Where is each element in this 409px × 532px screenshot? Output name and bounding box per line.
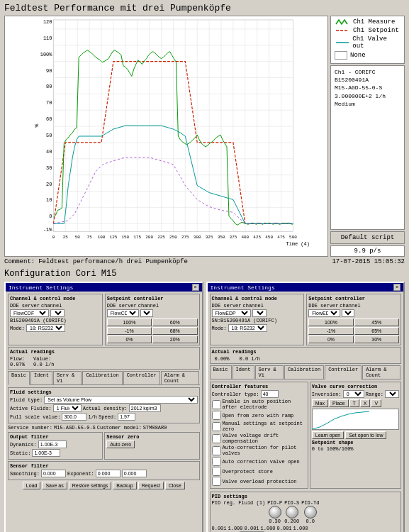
legend-label-measure: Ch1 Measure [353, 18, 395, 26]
w1-speed-input[interactable] [118, 413, 135, 421]
window1-close[interactable]: × [192, 284, 199, 291]
w2-send-30[interactable]: 30% [354, 336, 399, 343]
w2-pid-fluid-label: PID reg. Fluid (1) [212, 500, 266, 506]
w2-send-65[interactable]: 65% [354, 327, 399, 335]
svg-text:25: 25 [63, 235, 69, 240]
w1-mode-select[interactable]: 18: RS232 [26, 324, 65, 332]
w1-restore-btn[interactable]: Restore settings [69, 482, 112, 489]
w2-valve-v[interactable]: V [371, 399, 381, 407]
w2-valve-t[interactable]: T [349, 399, 359, 407]
w2-pid-val4: 1.000 [261, 526, 276, 531]
legend-ch1-valve[interactable]: Ch1 Valve out [335, 35, 400, 50]
w1-dynamics-input[interactable] [38, 440, 67, 448]
instrument-window-2: Instrument Settings × Channel & control … [206, 282, 405, 532]
w1-tab-ident[interactable]: Ident [30, 371, 52, 384]
konfiguration-title: Konfiguration Cori M15 [4, 269, 405, 279]
svg-text:125: 125 [110, 235, 118, 240]
w1-static-label: Static: [10, 450, 30, 456]
w2-tab-alarm[interactable]: Alarm & Count [362, 365, 400, 379]
w1-smoothing-input[interactable] [41, 470, 66, 477]
w2-send-45[interactable]: 45% [354, 318, 399, 326]
svg-text:100%: 100% [40, 52, 52, 57]
w1-value-label: Value: [33, 356, 54, 362]
w2-send-neg1[interactable]: -1% [308, 327, 353, 335]
w2-ctrl-type-input[interactable] [261, 390, 279, 398]
legend-ch1-measure[interactable]: Ch1 Measure [335, 18, 400, 26]
w2-inversion-select[interactable]: 0 [343, 390, 364, 398]
w2-tab-ident[interactable]: Ident [232, 365, 254, 379]
svg-text:175: 175 [133, 235, 141, 240]
w2-pid-td-knob[interactable] [304, 506, 317, 519]
w1-tab-alarm[interactable]: Alarm & Count [161, 371, 199, 384]
w1-tab-cal[interactable]: Calibration [82, 371, 122, 384]
w1-sensor-filter: Sensor filter Smoothing: Exponent: [8, 461, 200, 480]
w1-send-20[interactable]: 20% [152, 336, 197, 343]
w2-learn-open-btn[interactable]: Learn open [312, 431, 344, 439]
w1-auto-zero-btn[interactable]: Auto zero [106, 440, 135, 448]
w2-valve-max[interactable]: Max [312, 399, 328, 407]
w1-sensor2-input[interactable] [122, 470, 147, 477]
w1-send-68[interactable]: 68% [152, 327, 197, 335]
w2-sp-dde-select[interactable]: FlowEDP [308, 309, 340, 317]
legend-none[interactable]: None [335, 51, 400, 60]
w2-pid-s-value: 0.200 [284, 519, 299, 524]
legend-rate: 9.9 p/s [330, 245, 405, 257]
w1-fluid-type-select[interactable]: Set as Volume Flow [44, 396, 197, 404]
w2-tab-basic[interactable]: Basic [210, 365, 232, 379]
w1-tab-ctrl[interactable]: Controller [123, 371, 160, 384]
w1-sp-dde-select[interactable]: FlowCDF [107, 309, 139, 317]
w2-pid-val2: 1.000 [228, 526, 243, 531]
w2-send-100[interactable]: 100% [308, 318, 353, 326]
legend-script[interactable]: Default script [330, 231, 405, 244]
w2-pid-s-knob[interactable] [286, 506, 298, 519]
w1-unit-label: l/h [88, 414, 97, 420]
w1-flow-label: Flow: [10, 356, 25, 362]
w1-exp-input[interactable] [96, 470, 121, 477]
w1-send-neg1[interactable]: -1% [107, 327, 152, 335]
w1-send-100[interactable]: 100% [107, 318, 152, 326]
w2-dde-select[interactable]: FlowEDP [212, 309, 251, 317]
w2-pid-p-knob[interactable] [269, 506, 281, 519]
w2-valve-place[interactable]: Place [329, 399, 349, 407]
w1-load-btn[interactable]: Load [23, 482, 41, 489]
w2-dde-label: DDE server [212, 303, 242, 309]
w1-tab-serv[interactable]: Serv & Vi [53, 371, 82, 384]
w1-fluid-section: Fluid settings Fluid type: Set as Volume… [8, 387, 200, 423]
w1-density-input[interactable] [129, 404, 161, 412]
svg-text:400: 400 [241, 235, 249, 240]
w1-active-fluids-select[interactable]: 1 Fluid [53, 404, 82, 412]
w2-sp-ch-select[interactable]: 1 [342, 309, 354, 317]
w2-tabs[interactable]: Basic Ident Serv & Vi Calibration Contro… [210, 365, 402, 379]
w2-tab-cal[interactable]: Calibration [284, 365, 324, 379]
svg-text:Time (4): Time (4) [286, 241, 310, 247]
w1-send-60[interactable]: 60% [152, 318, 197, 326]
w2-valve-x[interactable]: X [360, 399, 371, 407]
w2-ctrl-type-label: Controller type: [212, 392, 259, 397]
w1-dde-select[interactable]: FlowCDF [10, 309, 49, 317]
w2-mode-select[interactable]: 18: RS232 [228, 324, 267, 332]
w1-send-0[interactable]: 0% [107, 336, 152, 343]
w2-send-0[interactable]: 0% [308, 336, 353, 343]
w1-static-input[interactable] [32, 449, 60, 457]
svg-text:100: 100 [98, 235, 106, 240]
w2-sp-dde-label: DDE server [308, 303, 338, 309]
w2-set-open-btn[interactable]: Set open to low [345, 431, 386, 439]
w1-tabs[interactable]: Basic Ident Serv & Vi Calibration Contro… [8, 371, 200, 385]
legend-items[interactable]: Ch1 Measure Ch1 Setpoint Ch1 Valve out N… [330, 16, 405, 64]
w1-request-btn[interactable]: Request [138, 482, 164, 489]
legend-ch1-setpoint[interactable]: Ch1 Setpoint [335, 27, 400, 34]
w1-value-value: 0.0 l/h [33, 362, 54, 367]
w1-channel-select[interactable]: 1 [50, 309, 65, 317]
datetime-label: 17-07-2015 15:05:32 [332, 258, 405, 265]
w2-ch-select[interactable]: 1 [252, 309, 267, 317]
w1-sp-ch-select[interactable]: 1 [140, 309, 153, 317]
w2-tab-serv[interactable]: Serv & Vi [255, 365, 284, 379]
w2-tab-ctrl[interactable]: Controller [325, 365, 362, 379]
w1-tab-basic[interactable]: Basic [8, 371, 30, 385]
w2-range-select[interactable]: 1 [385, 390, 399, 398]
w1-backup-btn[interactable]: Backup [113, 482, 136, 489]
w1-fullscale-input[interactable] [62, 413, 86, 421]
window2-close[interactable]: × [393, 284, 400, 291]
w1-saveas-btn[interactable]: Save as [42, 482, 67, 489]
w1-close-btn[interactable]: Close [165, 482, 185, 489]
